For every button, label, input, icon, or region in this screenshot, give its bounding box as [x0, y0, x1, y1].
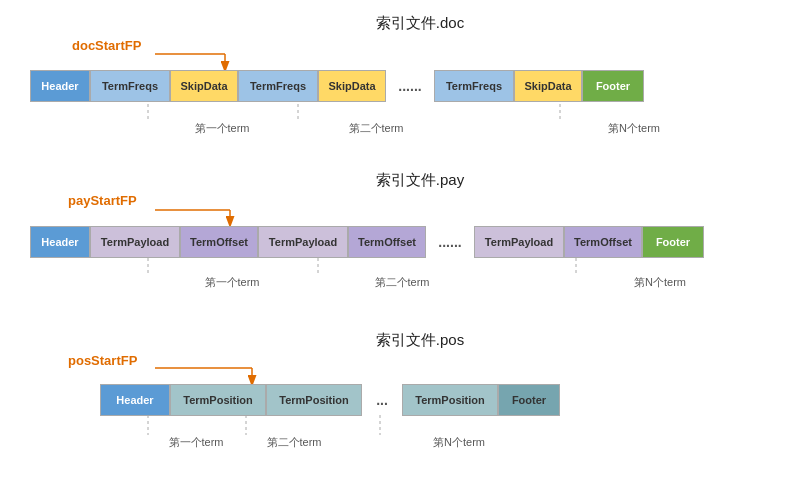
pay-seg-termoffset-1: TermOffset [180, 226, 258, 258]
pay-seg-dots: ...... [426, 226, 474, 258]
pay-segments-row: Header TermPayload TermOffset TermPayloa… [30, 226, 704, 258]
pay-seg-termoffset-n: TermOffset [564, 226, 642, 258]
pos-seg-footer: Footer [498, 384, 560, 416]
doc-label-1: 第一个term [195, 122, 250, 134]
doc-seg-termfreqs-n: TermFreqs [434, 70, 514, 102]
pay-title: 索引文件.pay [376, 171, 465, 188]
pos-label-2: 第二个term [267, 436, 322, 448]
doc-seg-header: Header [30, 70, 90, 102]
pos-label-1: 第一个term [169, 436, 224, 448]
pos-seg-termposition-n: TermPosition [402, 384, 498, 416]
pay-label-3: 第N个term [634, 276, 686, 288]
doc-seg-dots: ...... [386, 70, 434, 102]
pay-seg-footer: Footer [642, 226, 704, 258]
doc-seg-footer: Footer [582, 70, 644, 102]
pos-seg-termposition-2: TermPosition [266, 384, 362, 416]
doc-label-3: 第N个term [608, 122, 660, 134]
doc-segments-row: Header TermFreqs SkipData TermFreqs Skip… [30, 70, 644, 102]
pay-seg-termpayload-1: TermPayload [90, 226, 180, 258]
pay-seg-termoffset-2: TermOffset [348, 226, 426, 258]
pay-label-1: 第一个term [205, 276, 260, 288]
doc-seg-termfreqs-1: TermFreqs [90, 70, 170, 102]
pos-seg-dots: ... [362, 384, 402, 416]
pos-segments-row: Header TermPosition TermPosition ... Ter… [100, 384, 560, 416]
pay-label-2: 第二个term [375, 276, 430, 288]
doc-seg-skipdata-2: SkipData [318, 70, 386, 102]
pay-seg-termpayload-2: TermPayload [258, 226, 348, 258]
pos-seg-header: Header [100, 384, 170, 416]
pos-title: 索引文件.pos [376, 331, 464, 348]
pos-label-3: 第N个term [433, 436, 485, 448]
pay-seg-termpayload-n: TermPayload [474, 226, 564, 258]
doc-title: 索引文件.doc [376, 14, 465, 31]
doc-label-2: 第二个term [349, 122, 404, 134]
pay-seg-header: Header [30, 226, 90, 258]
doc-seg-skipdata-n: SkipData [514, 70, 582, 102]
page: 索引文件.doc 索引文件.pay 索引文件.pos docStartFP pa… [0, 0, 798, 500]
pay-annotation: payStartFP [68, 193, 137, 208]
doc-annotation: docStartFP [72, 38, 142, 53]
pos-seg-termposition-1: TermPosition [170, 384, 266, 416]
pos-annotation: posStartFP [68, 353, 138, 368]
doc-seg-termfreqs-2: TermFreqs [238, 70, 318, 102]
doc-seg-skipdata-1: SkipData [170, 70, 238, 102]
